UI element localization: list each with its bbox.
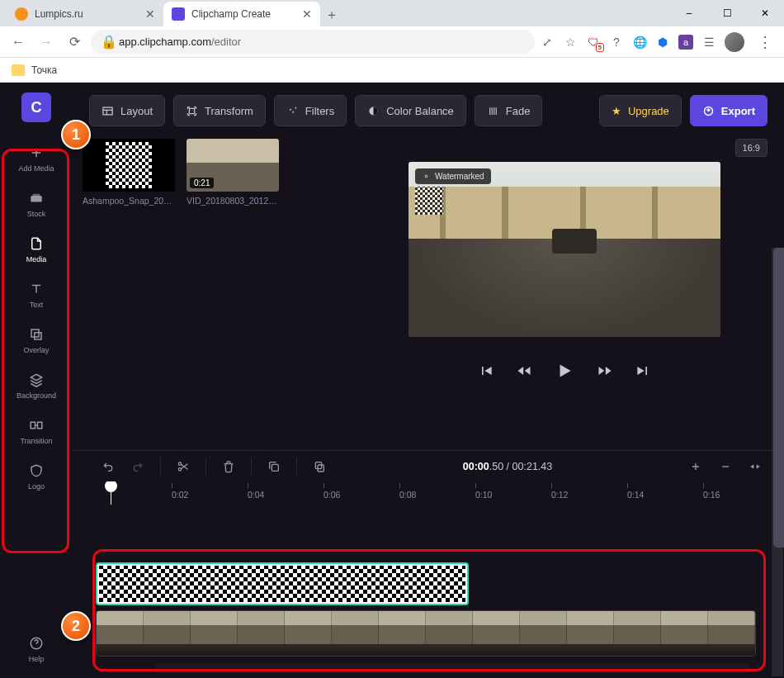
extension-globe-icon[interactable]: 🌐 xyxy=(632,35,647,50)
sidebar-item-add-media[interactable]: Add Media xyxy=(12,140,61,176)
ruler-tick: 0:06 xyxy=(324,490,340,500)
horizontal-scrollbar[interactable] xyxy=(155,663,751,673)
timeline-ruler[interactable]: 0:02 0:04 0:06 0:08 0:10 0:12 0:14 0:16 xyxy=(73,481,784,505)
transform-button[interactable]: Transform xyxy=(173,95,266,126)
reading-list-icon[interactable]: ☰ xyxy=(701,35,716,50)
sidebar-item-background[interactable]: Background xyxy=(12,367,61,403)
tab-close-icon[interactable]: ✕ xyxy=(145,7,155,21)
media-thumb[interactable]: 0:21 VID_20180803_201255… xyxy=(187,139,279,206)
watermark-qr-icon xyxy=(415,187,443,215)
extension-shield-icon[interactable]: 🛡5 xyxy=(586,35,601,50)
translate-icon[interactable]: ⤢ xyxy=(540,35,555,50)
sidebar-item-media[interactable]: Media xyxy=(12,231,61,267)
media-thumb[interactable]: Ashampoo_Snap_2020… xyxy=(83,139,175,206)
ruler-tick: 0:16 xyxy=(703,490,720,500)
delete-icon[interactable] xyxy=(216,454,241,479)
btn-label: Export xyxy=(721,105,755,117)
sidebar-label: Overlay xyxy=(23,346,49,354)
vertical-scrollbar[interactable] xyxy=(772,248,783,676)
qr-icon xyxy=(106,142,152,188)
help-button[interactable]: Help xyxy=(0,634,73,663)
tab-close-icon[interactable]: ✕ xyxy=(302,7,312,21)
redo-icon[interactable] xyxy=(125,454,150,479)
video-track[interactable] xyxy=(96,610,767,657)
fade-button[interactable]: Fade xyxy=(475,95,543,126)
folder-icon xyxy=(12,64,25,76)
transition-icon xyxy=(27,416,45,434)
extension-help-icon[interactable]: ? xyxy=(609,35,624,50)
window-minimize[interactable]: – xyxy=(670,0,708,26)
svg-point-11 xyxy=(425,175,427,178)
duplicate-icon[interactable] xyxy=(262,454,286,479)
browser-tab-clipchamp[interactable]: Clipchamp Create ✕ xyxy=(163,2,320,26)
browser-tabs: Lumpics.ru ✕ Clipchamp Create ✕ ＋ xyxy=(0,0,343,26)
upgrade-button[interactable]: ★ Upgrade xyxy=(599,95,682,126)
url-text: app.clipchamp.com/editor xyxy=(119,36,241,48)
chrome-menu-icon[interactable]: ⋮ xyxy=(753,33,777,51)
tab-title: Clipchamp Create xyxy=(191,8,271,20)
layers-icon xyxy=(27,371,45,389)
undo-icon[interactable] xyxy=(96,454,120,479)
zoom-in-icon[interactable] xyxy=(683,454,708,479)
sidebar-item-stock[interactable]: Stock xyxy=(12,186,61,221)
profile-avatar[interactable] xyxy=(725,32,744,52)
playhead[interactable] xyxy=(111,481,111,505)
nav-forward-icon[interactable]: → xyxy=(35,31,58,54)
titlebar: Lumpics.ru ✕ Clipchamp Create ✕ ＋ – ☐ ✕ xyxy=(0,0,784,26)
top-toolbar: Layout Transform Filters Color Balance F… xyxy=(73,83,784,139)
sidebar-label: Stock xyxy=(27,210,46,218)
app-logo[interactable]: C xyxy=(21,92,51,122)
video-preview[interactable]: Watermarked xyxy=(409,162,720,337)
split-icon[interactable] xyxy=(171,454,196,479)
color-balance-button[interactable]: Color Balance xyxy=(355,95,466,126)
zoom-fit-icon[interactable] xyxy=(743,454,767,479)
sidebar-item-overlay[interactable]: Overlay xyxy=(12,322,61,358)
star-icon: ★ xyxy=(612,105,621,117)
sidebar-item-text[interactable]: Text xyxy=(12,277,61,312)
timeline-tracks[interactable] xyxy=(73,505,784,678)
filters-button[interactable]: Filters xyxy=(274,95,347,126)
ruler-tick: 0:14 xyxy=(627,490,644,500)
extension-icons: ⤢ ☆ 🛡5 ? 🌐 ⬢ a ☰ ⋮ xyxy=(540,32,777,52)
skip-end-icon[interactable] xyxy=(635,363,651,379)
skip-start-icon[interactable] xyxy=(478,363,494,379)
window-close[interactable]: ✕ xyxy=(746,0,784,26)
layout-button[interactable]: Layout xyxy=(89,95,165,126)
svg-rect-7 xyxy=(103,107,112,115)
window-maximize[interactable]: ☐ xyxy=(708,0,746,26)
new-tab-button[interactable]: ＋ xyxy=(320,3,343,26)
bookmark-star-icon[interactable]: ☆ xyxy=(563,35,578,50)
help-icon xyxy=(27,634,45,652)
omnibox[interactable]: 🔒 app.clipchamp.com/editor xyxy=(91,30,535,55)
export-button[interactable]: Export xyxy=(690,95,767,126)
overlay-track[interactable] xyxy=(96,562,767,605)
forward-icon[interactable] xyxy=(597,363,613,379)
address-bar: ← → ⟳ 🔒 app.clipchamp.com/editor ⤢ ☆ 🛡5 … xyxy=(0,26,784,58)
thumb-label: VID_20180803_201255… xyxy=(187,196,279,206)
annotation-badge-2: 2 xyxy=(61,611,91,641)
bookmark-item[interactable]: Точка xyxy=(31,64,57,76)
aspect-ratio-chip[interactable]: 16:9 xyxy=(735,139,767,157)
svg-rect-1 xyxy=(33,194,40,196)
thumb-label: Ashampoo_Snap_2020… xyxy=(83,196,175,206)
lock-icon: 🔒 xyxy=(101,34,112,50)
nav-back-icon[interactable]: ← xyxy=(7,31,30,54)
sidebar-item-transition[interactable]: Transition xyxy=(12,413,61,448)
browser-tab-lumpics[interactable]: Lumpics.ru ✕ xyxy=(7,2,163,26)
video-clip[interactable] xyxy=(96,610,756,657)
duration-badge: 0:21 xyxy=(190,178,214,188)
paste-icon[interactable] xyxy=(307,454,332,479)
qr-overlay-clip[interactable] xyxy=(96,562,469,605)
sidebar-label: Media xyxy=(26,255,47,263)
btn-label: Layout xyxy=(120,105,153,117)
zoom-out-icon[interactable] xyxy=(713,454,738,479)
ruler-tick: 0:04 xyxy=(248,490,264,500)
nav-reload-icon[interactable]: ⟳ xyxy=(63,31,86,54)
play-icon[interactable] xyxy=(554,360,575,382)
rewind-icon[interactable] xyxy=(516,363,532,379)
sidebar-item-logo[interactable]: Logo xyxy=(12,458,61,494)
extension-a-icon[interactable]: a xyxy=(678,35,693,50)
playhead-handle[interactable] xyxy=(105,481,117,492)
stock-icon xyxy=(27,189,45,207)
extension-cube-icon[interactable]: ⬢ xyxy=(655,35,670,50)
